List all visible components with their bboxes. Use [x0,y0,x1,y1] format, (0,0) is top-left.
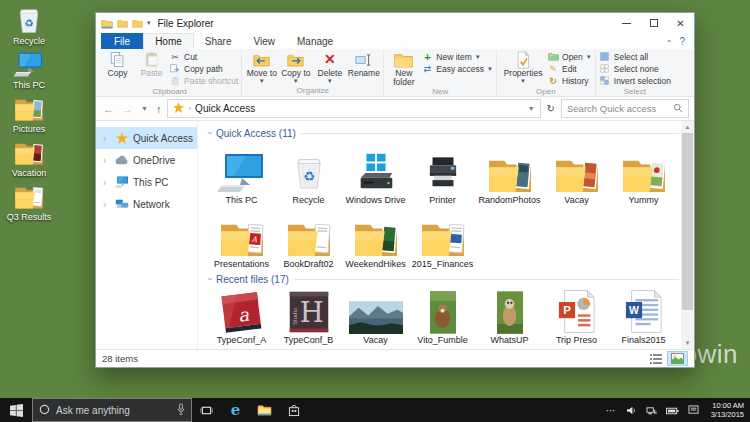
expander-chevron-icon[interactable]: › [103,133,110,144]
thumbnail-view-button[interactable] [667,351,688,366]
recent-locations-caret-icon[interactable]: ▼ [139,105,150,112]
qat-customize-caret-icon[interactable]: ▾ [147,19,151,27]
file-item[interactable]: P Trip Preso [543,288,610,346]
desktop-icon[interactable]: ♻ Recycle [3,5,55,46]
refresh-button[interactable]: ↻ [545,103,557,114]
sidebar-item[interactable]: › Quick Access [96,127,197,149]
copy-to-button[interactable]: Copy to▼ [279,50,312,84]
file-item[interactable]: HStudio TypeConf_B [275,288,342,346]
up-button[interactable]: ↑ [154,103,164,115]
scroll-down-icon[interactable]: ▼ [685,338,691,348]
back-button[interactable]: ← [101,103,116,115]
tab-manage[interactable]: Manage [286,33,344,49]
svg-text:P: P [563,304,571,316]
taskbar-search-input[interactable]: Ask me anything [32,398,192,422]
title-bar[interactable]: ▾ File Explorer ✕ [96,13,694,33]
expander-chevron-icon[interactable]: › [103,199,110,210]
file-item[interactable]: 2015_Finances [409,206,476,270]
paste-button[interactable]: Paste [135,50,168,78]
section-header-quick-access[interactable]: › Quick Access (11) [208,126,679,140]
history-button[interactable]: ↻ History [547,75,592,86]
sidebar-item[interactable]: › OneDrive [96,149,197,171]
qat-folder2-icon[interactable] [132,18,143,29]
address-dropdown-caret-icon[interactable]: ▼ [528,105,535,112]
file-item[interactable]: This PC [208,142,275,206]
file-item[interactable]: A Presentations [208,206,275,270]
tab-file[interactable]: File [101,33,143,49]
breadcrumb-path[interactable]: Quick Access [195,103,255,114]
tab-view[interactable]: View [243,33,287,49]
action-center-icon[interactable] [688,401,699,419]
file-item[interactable]: WhatsUP [476,288,543,346]
microphone-icon[interactable] [177,403,185,417]
file-item[interactable]: Vacay [543,142,610,206]
section-header-recent-files[interactable]: › Recent files (17) [208,272,679,286]
invert-selection-button[interactable]: Invert selection [599,75,671,86]
taskbar-clock[interactable]: 10:00 AM 3/13/2015 [711,401,744,420]
file-item[interactable]: WeekendHikes [342,206,409,270]
collapse-section-icon[interactable]: › [205,132,215,135]
expander-chevron-icon[interactable]: › [103,177,110,188]
new-item-button[interactable]: + New item▼ [421,51,493,62]
tab-share[interactable]: Share [194,33,243,49]
address-input[interactable]: › Quick Access ▼ [167,99,540,118]
desktop-icon[interactable]: Vacation [3,137,55,178]
file-item[interactable]: Printer [409,142,476,206]
minimize-ribbon-icon[interactable]: › [664,40,674,43]
properties-button[interactable]: Properties▼ [500,50,546,84]
tab-home[interactable]: Home [143,33,194,49]
select-all-button[interactable]: Select all [599,51,671,62]
close-button[interactable]: ✕ [667,13,694,33]
battery-icon[interactable] [666,401,679,419]
rename-button[interactable]: Rename [347,50,380,78]
desktop-icon[interactable]: Q3 Results [3,181,55,222]
collapse-section-icon[interactable]: › [205,278,215,281]
scroll-up-icon[interactable]: ▲ [685,122,691,132]
internet-explorer-button[interactable]: e [221,398,250,422]
store-button[interactable] [279,398,308,422]
tray-overflow-icon[interactable]: ⋯ [606,405,617,416]
edit-button[interactable]: ✎ Edit [547,63,592,74]
search-placeholder: Search Quick access [567,103,656,114]
network-icon[interactable] [646,401,657,419]
paste-shortcut-button[interactable]: Paste shortcut [169,75,238,86]
file-item[interactable]: a TypeConf_A [208,288,275,346]
qat-folder-icon[interactable] [117,18,128,29]
desktop-icon[interactable]: Pictures [3,93,55,134]
new-folder-button[interactable]: New folder [387,50,420,87]
copy-button[interactable]: Copy [101,50,134,78]
file-item[interactable]: ♻ Recycle [275,142,342,206]
scrollbar-thumb[interactable] [682,133,693,310]
cut-button[interactable]: ✂ Cut [169,51,238,62]
easy-access-button[interactable]: ⇄ Easy access▼ [421,63,493,74]
task-view-button[interactable] [192,398,221,422]
file-item[interactable]: Vito_Fumble [409,288,476,346]
file-explorer-button[interactable] [250,398,279,422]
file-item-label: Vacay [564,195,588,206]
vertical-scrollbar[interactable]: ▲ ▼ [681,121,694,349]
details-view-button[interactable] [647,351,665,366]
copy-path-button[interactable]: Copy path [169,63,238,74]
sidebar-item[interactable]: › This PC [96,171,197,193]
file-item[interactable]: Windows Drive [342,142,409,206]
help-icon[interactable]: ? [679,36,685,47]
volume-icon[interactable] [626,401,637,419]
move-to-button[interactable]: Move to▼ [245,50,278,84]
expander-chevron-icon[interactable]: › [103,155,110,166]
image-dog-portrait-icon [497,288,523,335]
delete-button[interactable]: ✕ Delete▼ [313,50,346,84]
search-input[interactable]: Search Quick access [561,99,689,118]
desktop-icon[interactable]: This PC [3,49,55,90]
file-item[interactable]: Yummy [610,142,677,206]
file-item[interactable]: W Finals2015 [610,288,677,346]
sidebar-item[interactable]: › Network [96,193,197,215]
maximize-button[interactable] [640,13,667,33]
start-button[interactable] [0,398,32,422]
file-item[interactable]: RandomPhotos [476,142,543,206]
file-item[interactable]: BookDraft02 [275,206,342,270]
file-item[interactable]: Vacay [342,288,409,346]
minimize-button[interactable] [613,13,640,33]
select-none-button[interactable]: Select none [599,63,671,74]
forward-button[interactable]: → [120,103,135,115]
open-button[interactable]: Open▼ [547,51,592,62]
